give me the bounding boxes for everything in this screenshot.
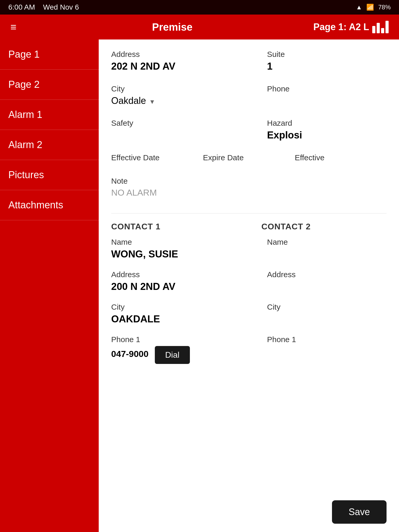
sidebar-item-alarm2[interactable]: Alarm 2 bbox=[0, 130, 99, 160]
sidebar-item-attachments[interactable]: Attachments bbox=[0, 190, 99, 220]
safety-label: Safety bbox=[111, 119, 255, 128]
save-button[interactable]: Save bbox=[332, 500, 387, 524]
expire-date-value[interactable] bbox=[203, 164, 295, 166]
contact2-city-label: City bbox=[267, 303, 387, 311]
city-label: City bbox=[111, 84, 255, 93]
contact2-phone-field: Phone 1 bbox=[267, 335, 387, 364]
note-value[interactable]: NO ALARM bbox=[111, 188, 387, 198]
contact2-header: CONTACT 2 bbox=[261, 222, 387, 231]
contact1-address-label: Address bbox=[111, 270, 255, 279]
sidebar-item-alarm1[interactable]: Alarm 1 bbox=[0, 100, 99, 130]
suite-field: Suite 1 bbox=[267, 50, 387, 74]
expire-date-label: Expire Date bbox=[203, 153, 295, 162]
nav-bar: ≡ Premise Page 1: A2 L bbox=[0, 15, 399, 39]
note-section: Note NO ALARM bbox=[111, 177, 387, 198]
effective-date-value[interactable] bbox=[111, 164, 203, 166]
hazard-field: Hazard Explosi bbox=[267, 119, 387, 143]
safety-hazard-row: Safety Hazard Explosi bbox=[111, 119, 387, 143]
city-phone-row: City Oakdale ▼ Phone bbox=[111, 84, 387, 108]
contact1-address-field: Address 200 N 2ND AV bbox=[111, 270, 255, 294]
contact1-city-value[interactable]: OAKDALE bbox=[111, 314, 255, 327]
status-bar: 6:00 AM Wed Nov 6 ▲ 📶 78% bbox=[0, 0, 399, 15]
note-label: Note bbox=[111, 177, 387, 185]
contact-headers: CONTACT 1 CONTACT 2 bbox=[111, 222, 387, 231]
contact1-phone-value[interactable]: 047-9000 bbox=[111, 349, 149, 361]
suite-label: Suite bbox=[267, 50, 387, 59]
dropdown-arrow-icon[interactable]: ▼ bbox=[149, 98, 155, 105]
contact2-address-value[interactable] bbox=[267, 281, 387, 283]
contact1-phone-value-row: 047-9000 Dial bbox=[111, 346, 255, 364]
expire-date-field: Expire Date bbox=[203, 153, 295, 166]
phone-label: Phone bbox=[267, 84, 387, 93]
date: Wed Nov 6 bbox=[43, 3, 79, 11]
sidebar: Page 1 Page 2 Alarm 1 Alarm 2 Pictures A… bbox=[0, 39, 99, 532]
contact1-phone-label: Phone 1 bbox=[111, 335, 255, 344]
hazard-value[interactable]: Explosi bbox=[267, 130, 387, 143]
page-info: Page 1: A2 L bbox=[313, 21, 389, 33]
address-value[interactable]: 202 N 2ND AV bbox=[111, 61, 255, 74]
effective-date-field: Effective Date bbox=[111, 153, 203, 166]
sidebar-item-page2[interactable]: Page 2 bbox=[0, 70, 99, 100]
contact1-name-value[interactable]: WONG, SUSIE bbox=[111, 249, 255, 262]
safety-field: Safety bbox=[111, 119, 255, 143]
address-label: Address bbox=[111, 50, 255, 59]
sidebar-item-pictures[interactable]: Pictures bbox=[0, 160, 99, 190]
contact2-city-field: City bbox=[267, 303, 387, 327]
main-layout: Page 1 Page 2 Alarm 1 Alarm 2 Pictures A… bbox=[0, 39, 399, 532]
city-value: Oakdale bbox=[111, 95, 146, 108]
phone-field: Phone bbox=[267, 84, 387, 108]
status-indicators: ▲ 📶 78% bbox=[356, 4, 391, 11]
contact1-phone-field: Phone 1 047-9000 Dial bbox=[111, 335, 255, 364]
nav-title: Premise bbox=[31, 21, 313, 33]
address-field: Address 202 N 2ND AV bbox=[111, 50, 255, 74]
status-time-date: 6:00 AM Wed Nov 6 bbox=[8, 3, 79, 11]
contact1-address-value[interactable]: 200 N 2ND AV bbox=[111, 281, 255, 294]
contact2-address-label: Address bbox=[267, 270, 387, 279]
contact1-city-label: City bbox=[111, 303, 255, 311]
effective-right-field: Effective bbox=[295, 153, 387, 166]
hazard-label: Hazard bbox=[267, 119, 387, 128]
contact-phone-row: Phone 1 047-9000 Dial Phone 1 bbox=[111, 335, 387, 364]
contact-city-row: City OAKDALE City bbox=[111, 303, 387, 327]
contact-name-row: Name WONG, SUSIE Name bbox=[111, 238, 387, 262]
wifi-icon: ▲ bbox=[356, 4, 362, 11]
contact2-name-label: Name bbox=[267, 238, 387, 247]
map-icon bbox=[372, 21, 389, 33]
city-field: City Oakdale ▼ bbox=[111, 84, 255, 108]
suite-value[interactable]: 1 bbox=[267, 61, 387, 74]
city-dropdown-wrapper[interactable]: Oakdale ▼ bbox=[111, 95, 255, 108]
contact1-name-label: Name bbox=[111, 238, 255, 247]
dial-button[interactable]: Dial bbox=[155, 346, 190, 364]
sidebar-item-page1[interactable]: Page 1 bbox=[0, 39, 99, 70]
effective-date-label: Effective Date bbox=[111, 153, 203, 162]
dates-row: Effective Date Expire Date Effective bbox=[111, 153, 387, 166]
contact2-phone-value[interactable] bbox=[267, 346, 387, 348]
effective-right-label: Effective bbox=[295, 153, 387, 162]
content-area: Address 202 N 2ND AV Suite 1 City Oakdal… bbox=[99, 39, 399, 532]
effective-right-value[interactable] bbox=[295, 164, 387, 166]
phone-value[interactable] bbox=[267, 95, 387, 97]
contact1-city-field: City OAKDALE bbox=[111, 303, 255, 327]
contact2-phone-label: Phone 1 bbox=[267, 335, 387, 344]
time: 6:00 AM bbox=[8, 3, 35, 11]
signal-icon: 📶 bbox=[366, 4, 374, 11]
contact2-address-field: Address bbox=[267, 270, 387, 294]
battery-icon: 78% bbox=[378, 4, 391, 11]
contact2-name-field: Name bbox=[267, 238, 387, 262]
menu-icon[interactable]: ≡ bbox=[10, 21, 31, 33]
address-suite-row: Address 202 N 2ND AV Suite 1 bbox=[111, 50, 387, 74]
safety-value[interactable] bbox=[111, 130, 255, 132]
contact2-city-value[interactable] bbox=[267, 314, 387, 316]
contact-address-row: Address 200 N 2ND AV Address bbox=[111, 270, 387, 294]
section-divider bbox=[111, 213, 387, 214]
contact2-name-value[interactable] bbox=[267, 249, 387, 251]
contact1-name-field: Name WONG, SUSIE bbox=[111, 238, 255, 262]
contact1-header: CONTACT 1 bbox=[111, 222, 261, 231]
